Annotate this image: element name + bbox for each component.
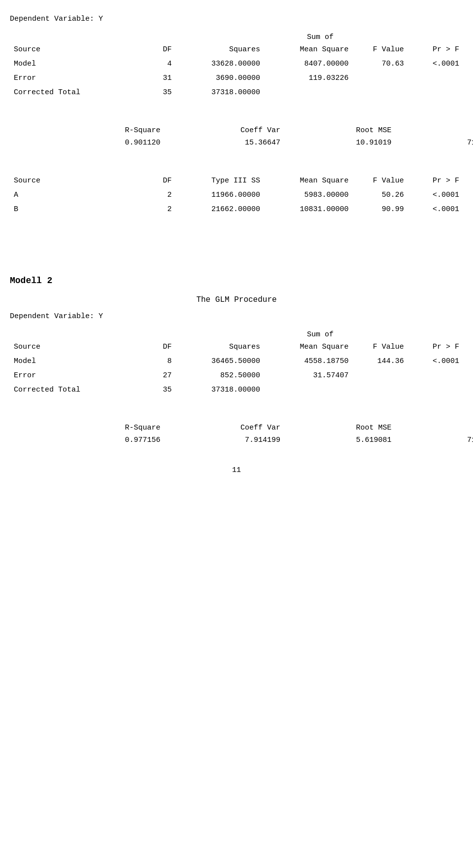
cell-prf: <.0001 (408, 57, 463, 71)
cell-fvalue: 144.36 (353, 354, 408, 368)
model2-col-prf: Pr > F (408, 340, 463, 354)
cell-df: 2 (132, 188, 176, 202)
fit-header: R-Square (59, 124, 170, 137)
fit-value: 15.36647 (170, 137, 290, 149)
table-row: Corrected Total 35 37318.00000 (10, 85, 463, 100)
model1-col-meansq: Mean Square (264, 42, 353, 57)
cell-fvalue (353, 383, 408, 397)
table-row: B 2 21662.00000 10831.00000 90.99 <.0001 (10, 202, 463, 217)
model2-anova-table: Source DF Squares Mean Square F Value Pr… (10, 340, 463, 397)
cell-prf: <.0001 (408, 354, 463, 368)
page-number: 11 (10, 466, 463, 474)
cell-meansq: 31.57407 (264, 368, 353, 383)
fit-value: 7.914199 (170, 434, 290, 446)
cell-df: 8 (132, 354, 176, 368)
model1-anova-table: Source DF Squares Mean Square F Value Pr… (10, 42, 463, 100)
table-row: Corrected Total 35 37318.00000 (10, 383, 463, 397)
model1-type3-table: Source DF Type III SS Mean Square F Valu… (10, 174, 463, 217)
cell-df: 35 (132, 383, 176, 397)
cell-df: 31 (132, 71, 176, 85)
cell-prf: <.0001 (408, 202, 463, 217)
fit-header: Y Mean (402, 124, 473, 137)
table-row: Error 31 3690.00000 119.03226 (10, 71, 463, 85)
cell-meansq: 8407.00000 (264, 57, 353, 71)
cell-meansq: 4558.18750 (264, 354, 353, 368)
model1-type3-col-df: DF (132, 174, 176, 188)
fit-value: 0.901120 (59, 137, 170, 149)
fit-value: 71.00000 (402, 137, 473, 149)
cell-fvalue: 50.26 (353, 188, 408, 202)
model2-col-squares: Squares (176, 340, 265, 354)
cell-source: Model (10, 57, 132, 71)
model2-col-fvalue: F Value (353, 340, 408, 354)
cell-meansq: 5983.00000 (264, 188, 353, 202)
fit-header: R-Square (59, 422, 170, 434)
cell-squares: 37318.00000 (176, 383, 265, 397)
cell-squares: 37318.00000 (176, 85, 265, 100)
cell-fvalue (353, 368, 408, 383)
model2-dependent-variable: Dependent Variable: Y (10, 312, 463, 321)
cell-fvalue (353, 71, 408, 85)
cell-meansq: 10831.00000 (264, 202, 353, 217)
model1-section: Dependent Variable: Y Sum of Source DF S… (10, 15, 463, 217)
cell-meansq: 119.03226 (264, 71, 353, 85)
fit-header: Coeff Var (170, 124, 290, 137)
model2-col-meansq: Mean Square (264, 340, 353, 354)
model1-col-prf: Pr > F (408, 42, 463, 57)
model1-type3-col-prf: Pr > F (408, 174, 463, 188)
cell-prf (408, 85, 463, 100)
fit-header: Coeff Var (170, 422, 290, 434)
cell-squares: 3690.00000 (176, 71, 265, 85)
model1-sum-of-label: Sum of (177, 33, 463, 41)
model1-col-fvalue: F Value (353, 42, 408, 57)
model1-type3-col-source: Source (10, 174, 132, 188)
cell-source: Model (10, 354, 132, 368)
model1-col-squares: Squares (176, 42, 265, 57)
model2-procedure-title: The GLM Procedure (10, 295, 463, 304)
model1-type3-col-type3ss: Type III SS (176, 174, 265, 188)
fit-value: 5.619081 (290, 434, 401, 446)
model2-section: Modell 2 The GLM Procedure Dependent Var… (10, 276, 463, 446)
cell-fvalue: 90.99 (353, 202, 408, 217)
cell-df: 35 (132, 85, 176, 100)
cell-fvalue: 70.63 (353, 57, 408, 71)
model2-col-source: Source (10, 340, 132, 354)
cell-squares: 852.50000 (176, 368, 265, 383)
model1-col-source: Source (10, 42, 132, 57)
table-row: A 2 11966.00000 5983.00000 50.26 <.0001 (10, 188, 463, 202)
cell-source: B (10, 202, 132, 217)
cell-type3ss: 21662.00000 (176, 202, 265, 217)
model2-fit-table: R-SquareCoeff VarRoot MSEY Mean 0.977156… (59, 422, 473, 446)
cell-squares: 33628.00000 (176, 57, 265, 71)
cell-prf: <.0001 (408, 188, 463, 202)
model1-type3-col-meansq: Mean Square (264, 174, 353, 188)
cell-source: Corrected Total (10, 85, 132, 100)
table-row: Error 27 852.50000 31.57407 (10, 368, 463, 383)
model1-dependent-variable: Dependent Variable: Y (10, 15, 463, 23)
cell-meansq (264, 85, 353, 100)
cell-prf (408, 383, 463, 397)
cell-prf (408, 368, 463, 383)
model1-col-df: DF (132, 42, 176, 57)
cell-source: Error (10, 71, 132, 85)
model2-section-title: Modell 2 (10, 276, 463, 286)
table-row: Model 4 33628.00000 8407.00000 70.63 <.0… (10, 57, 463, 71)
fit-value: 0.977156 (59, 434, 170, 446)
fit-header: Y Mean (402, 422, 473, 434)
cell-fvalue (353, 85, 408, 100)
table-row: Model 8 36465.50000 4558.18750 144.36 <.… (10, 354, 463, 368)
fit-header: Root MSE (290, 422, 401, 434)
cell-source: Error (10, 368, 132, 383)
fit-value: 10.91019 (290, 137, 401, 149)
cell-source: Corrected Total (10, 383, 132, 397)
cell-source: A (10, 188, 132, 202)
fit-header: Root MSE (290, 124, 401, 137)
cell-meansq (264, 383, 353, 397)
cell-df: 27 (132, 368, 176, 383)
cell-df: 4 (132, 57, 176, 71)
model2-col-df: DF (132, 340, 176, 354)
model1-fit-table: R-SquareCoeff VarRoot MSEY Mean 0.901120… (59, 124, 473, 149)
cell-df: 2 (132, 202, 176, 217)
cell-squares: 36465.50000 (176, 354, 265, 368)
fit-value: 71.00000 (402, 434, 473, 446)
